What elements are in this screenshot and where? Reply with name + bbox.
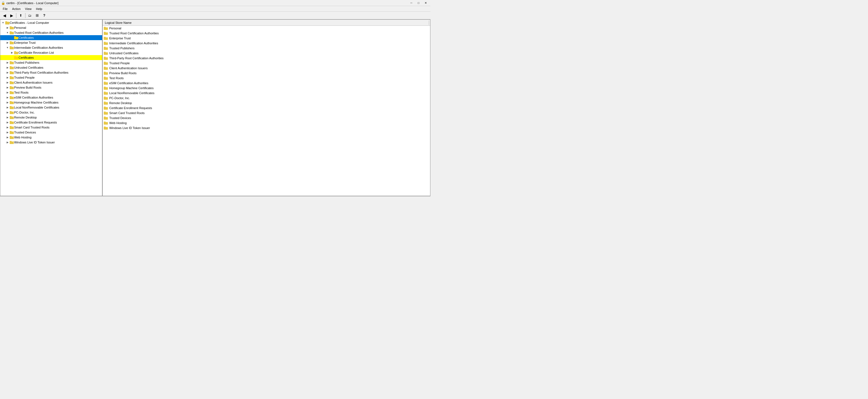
properties-button[interactable]: ⊞ — [34, 12, 40, 19]
list-item-personal[interactable]: Personal — [103, 26, 430, 31]
list-item-trusted-devices[interactable]: Trusted Devices — [103, 115, 430, 120]
svg-rect-62 — [104, 52, 106, 53]
tree-label-web-hosting: Web Hosting — [14, 136, 32, 139]
svg-rect-15 — [14, 57, 18, 59]
minimize-button[interactable]: ─ — [408, 1, 415, 5]
svg-rect-82 — [104, 102, 106, 103]
help-button[interactable]: ? — [41, 12, 48, 19]
list-item-client-auth[interactable]: Client Authentication Issuers — [103, 66, 430, 70]
tree-item-preview-build[interactable]: ▶ Preview Build Roots — [0, 85, 102, 90]
svg-rect-27 — [10, 87, 14, 89]
svg-rect-33 — [10, 102, 14, 104]
svg-rect-37 — [10, 112, 14, 114]
list-label-trusted-publishers: Trusted Publishers — [109, 47, 134, 50]
svg-rect-13 — [14, 52, 18, 54]
list-folder-icon-intermediate-ca — [104, 41, 108, 45]
tree-item-web-hosting[interactable]: ▶ Web Hosting — [0, 135, 102, 140]
svg-rect-39 — [10, 117, 14, 119]
maximize-button[interactable]: □ — [415, 1, 422, 5]
toolbar: ◀ ▶ ⬆ 🗂 ⊞ ? — [0, 11, 430, 19]
tree-item-local-nonremovable[interactable]: ▶ Local NonRemovable Certificates — [0, 105, 102, 110]
list-item-enterprise-trust[interactable]: Enterprise Trust — [103, 36, 430, 41]
tree-item-pc-doctor[interactable]: ▶ PC-Doctor, Inc. — [0, 110, 102, 115]
svg-rect-3 — [10, 27, 14, 29]
folder-icon-enterprise-trust — [10, 41, 14, 45]
tree-item-remote-desktop[interactable]: ▶ Remote Desktop — [0, 115, 102, 120]
tree-label-cert-revocation: Certificate Revocation List — [19, 51, 54, 54]
tree-item-third-party-root[interactable]: ▶ Third-Party Root Certification Authori… — [0, 70, 102, 75]
list-label-web-hosting: Web Hosting — [109, 121, 127, 124]
list-item-windows-live-id[interactable]: Windows Live ID Token Issuer — [103, 125, 430, 131]
menu-file[interactable]: File — [1, 7, 10, 11]
tree-item-trusted-people[interactable]: ▶ Trusted People — [0, 75, 102, 80]
folder-icon-esim-ca — [10, 95, 14, 99]
tree-item-esim-ca[interactable]: ▶ eSIM Certification Authorities — [0, 95, 102, 100]
folder-icon-test-roots — [10, 90, 14, 94]
tree-item-trusted-root[interactable]: ▼ Trusted Root Certification Authorities — [0, 30, 102, 35]
svg-rect-51 — [104, 27, 108, 30]
tree-label-enterprise-trust: Enterprise Trust — [14, 41, 36, 44]
svg-rect-1 — [5, 21, 7, 22]
svg-rect-22 — [10, 71, 11, 72]
list-item-web-hosting[interactable]: Web Hosting — [103, 120, 430, 125]
tree-item-smart-card[interactable]: ▶ Smart Card Trusted Roots — [0, 125, 102, 130]
back-button[interactable]: ◀ — [1, 12, 8, 19]
tree-item-trusted-publishers[interactable]: ▶ Trusted Publishers — [0, 60, 102, 65]
tree-item-root[interactable]: ▼ Certificates - Local Computer — [0, 20, 102, 25]
list-item-homegroup[interactable]: Homegroup Machine Certificates — [103, 86, 430, 90]
column-header-name[interactable]: Logical Store Name — [104, 21, 429, 25]
tree-item-homegroup[interactable]: ▶ Homegroup Machine Certificates — [0, 100, 102, 105]
list-item-trusted-root-ca[interactable]: Trusted Root Certification Authorities — [103, 31, 430, 36]
list-label-windows-live-id: Windows Live ID Token Issuer — [109, 126, 150, 130]
svg-rect-74 — [104, 82, 106, 83]
tree-item-cert-revocation[interactable]: ▶ Certificate Revocation List — [0, 50, 102, 55]
folder-icon-root — [5, 21, 10, 25]
tree-item-test-roots[interactable]: ▶ Test Roots — [0, 90, 102, 95]
tree-item-enterprise-trust[interactable]: ▶ Enterprise Trust — [0, 40, 102, 45]
tree-item-trusted-devices[interactable]: ▶ Trusted Devices — [0, 130, 102, 135]
expand-arrow-intermediate-certs — [10, 55, 14, 60]
list-item-test-roots[interactable]: Test Roots — [103, 76, 430, 81]
svg-rect-9 — [10, 42, 14, 44]
list-label-untrusted-certs: Untrusted Certificates — [109, 52, 138, 55]
tree-item-trusted-root-certs[interactable]: Certificates — [0, 35, 102, 40]
list-item-esim-ca[interactable]: eSIM Certification Authorities — [103, 81, 430, 86]
expand-arrow-client-auth: ▶ — [5, 80, 10, 85]
tree-item-untrusted-certs[interactable]: ▶ Untrusted Certificates — [0, 65, 102, 70]
list-item-remote-desktop[interactable]: Remote Desktop — [103, 101, 430, 106]
list-item-intermediate-ca[interactable]: Intermediate Certification Authorities — [103, 41, 430, 46]
list-item-preview-build[interactable]: Preview Build Roots — [103, 70, 430, 76]
forward-button[interactable]: ▶ — [8, 12, 15, 19]
tree-item-cert-enrollment[interactable]: ▶ Certificate Enrollment Requests — [0, 120, 102, 125]
tree-item-personal[interactable]: ▶ Personal — [0, 25, 102, 30]
column-header: Logical Store Name — [103, 20, 430, 26]
menu-action[interactable]: Action — [10, 7, 23, 11]
expand-arrow-untrusted-certs: ▶ — [5, 65, 10, 70]
svg-rect-41 — [10, 121, 14, 124]
close-button[interactable]: ✕ — [422, 1, 429, 5]
show-hide-button[interactable]: 🗂 — [27, 12, 33, 19]
list-item-trusted-people[interactable]: Trusted People — [103, 61, 430, 66]
tree-item-intermediate-certs[interactable]: Certificates — [0, 55, 102, 60]
expand-arrow-trusted-devices: ▶ — [5, 130, 10, 135]
list-item-untrusted-certs[interactable]: Untrusted Certificates — [103, 51, 430, 56]
tree-label-trusted-root: Trusted Root Certification Authorities — [14, 31, 64, 34]
tree-label-cert-enrollment: Certificate Enrollment Requests — [14, 121, 57, 124]
list-item-cert-enrollment[interactable]: Certificate Enrollment Requests — [103, 106, 430, 111]
up-button[interactable]: ⬆ — [18, 12, 24, 19]
expand-arrow-trusted-root-certs — [10, 35, 14, 40]
list-item-pc-doctor[interactable]: PC-Doctor, Inc. — [103, 95, 430, 101]
list-item-smart-card[interactable]: Smart Card Trusted Roots — [103, 111, 430, 115]
list-item-trusted-publishers[interactable]: Trusted Publishers — [103, 46, 430, 51]
list-item-third-party-root[interactable]: Third-Party Root Certification Authoriti… — [103, 56, 430, 61]
expand-arrow-smart-card: ▶ — [5, 125, 10, 130]
tree-item-windows-live-id[interactable]: ▶ Windows Live ID Token Issuer — [0, 140, 102, 145]
svg-rect-40 — [10, 116, 11, 117]
list-folder-icon-test-roots — [104, 76, 108, 80]
menu-help[interactable]: Help — [34, 7, 44, 11]
tree-item-intermediate-ca[interactable]: ▼ Intermediate Certification Authorities — [0, 45, 102, 50]
list-item-local-nonremovable[interactable]: Local NonRemovable Certificates — [103, 90, 430, 95]
folder-icon-untrusted-certs — [10, 66, 14, 69]
tree-item-client-auth[interactable]: ▶ Client Authentication Issuers — [0, 80, 102, 85]
menu-view[interactable]: View — [23, 7, 34, 11]
